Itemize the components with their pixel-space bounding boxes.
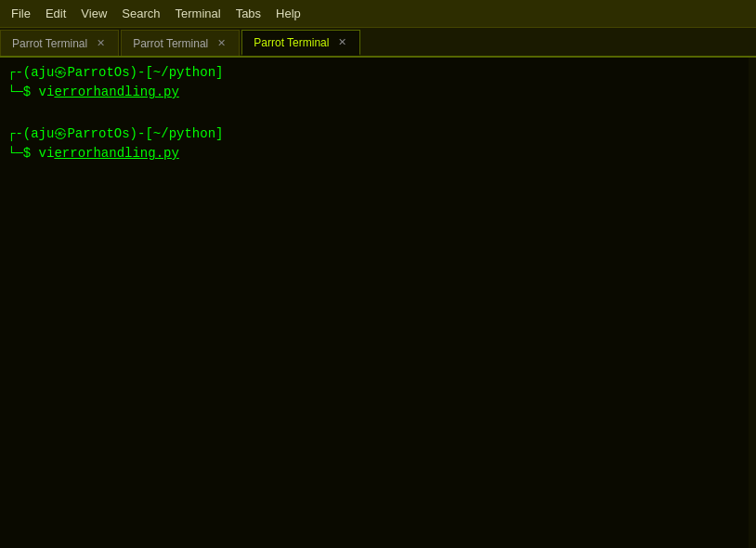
scrollbar[interactable] <box>749 58 756 548</box>
menu-file[interactable]: File <box>4 3 38 24</box>
tab-3[interactable]: Parrot Terminal ✕ <box>241 30 360 56</box>
tab-2-close[interactable]: ✕ <box>215 37 228 49</box>
menu-help[interactable]: Help <box>268 3 308 24</box>
tab-1-label: Parrot Terminal <box>12 37 87 50</box>
tabbar: Parrot Terminal ✕ Parrot Terminal ✕ Parr… <box>0 28 756 58</box>
menu-terminal[interactable]: Terminal <box>168 3 228 24</box>
tab-1[interactable]: Parrot Terminal ✕ <box>0 30 119 56</box>
menu-search[interactable]: Search <box>114 3 167 24</box>
prompt-block-2: ┌-(aju㉿ParrotOs)-[~/python]└─$ vi errorh… <box>7 124 749 163</box>
prompt-top-line-2: ┌-(aju㉿ParrotOs)-[~/python] <box>7 124 749 144</box>
menu-view[interactable]: View <box>73 3 114 24</box>
prompt-top-line-1: ┌-(aju㉿ParrotOs)-[~/python] <box>7 63 749 83</box>
tab-2[interactable]: Parrot Terminal ✕ <box>121 30 240 56</box>
prompt-block-1: ┌-(aju㉿ParrotOs)-[~/python]└─$ vi errorh… <box>7 63 749 102</box>
tab-2-label: Parrot Terminal <box>133 37 208 50</box>
tab-1-close[interactable]: ✕ <box>95 37 107 49</box>
menu-tabs[interactable]: Tabs <box>228 3 268 24</box>
menu-edit[interactable]: Edit <box>38 3 73 24</box>
prompt-bottom-line-1: └─$ vi errorhandling.py <box>7 83 749 102</box>
tab-3-close[interactable]: ✕ <box>336 36 348 48</box>
menubar: File Edit View Search Terminal Tabs Help <box>0 0 756 28</box>
tab-3-label: Parrot Terminal <box>254 36 329 49</box>
prompt-bottom-line-2: └─$ vi errorhandling.py <box>7 144 749 163</box>
terminal-area[interactable]: ┌-(aju㉿ParrotOs)-[~/python]└─$ vi errorh… <box>0 58 756 548</box>
